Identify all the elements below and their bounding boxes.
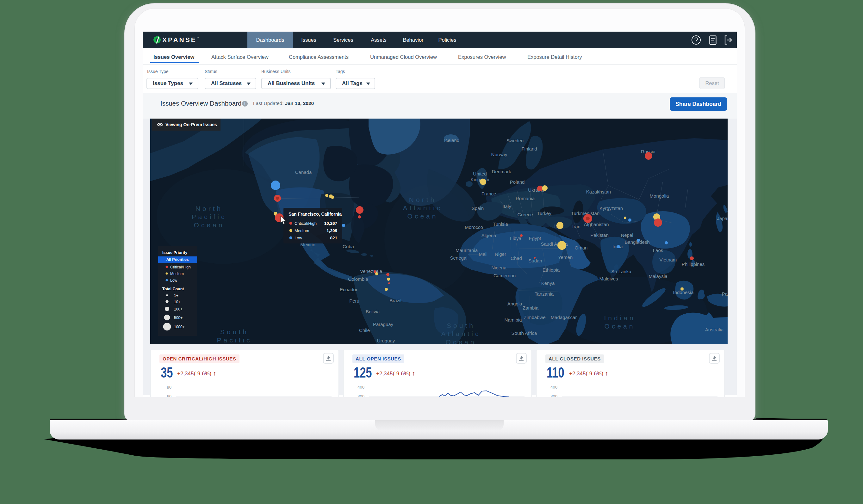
svg-text:Angola: Angola [508,301,522,306]
svg-text:10,267: 10,267 [324,221,337,226]
svg-text:Peru: Peru [349,298,359,304]
svg-text:Iceland: Iceland [444,138,459,143]
svg-text:10+: 10+ [174,300,180,304]
svg-text:Greece: Greece [517,212,533,217]
svg-text:Senegal: Senegal [450,255,467,261]
svg-text:Zimbabwe: Zimbabwe [524,315,546,320]
svg-text:Spain: Spain [472,205,484,211]
svg-text:Mauritania: Mauritania [455,248,478,253]
svg-text:821: 821 [330,236,337,240]
svg-text:Medium: Medium [295,228,309,233]
svg-text:Ocean: Ocean [446,338,476,344]
svg-text:Ethiopia: Ethiopia [542,267,560,273]
svg-text:Pakistan: Pakistan [590,232,609,238]
svg-text:Sri Lanka: Sri Lanka [611,269,631,274]
svg-text:Algeria: Algeria [481,233,496,238]
svg-text:Ocean: Ocean [194,221,225,229]
svg-text:Oman: Oman [575,245,588,250]
svg-text:Mongolia: Mongolia [650,193,670,199]
svg-text:Kenya: Kenya [541,280,555,286]
svg-text:Indonesia: Indonesia [673,290,694,295]
svg-text:Laos: Laos [653,248,663,253]
svg-text:France: France [481,191,496,196]
svg-text:Nepal: Nepal [621,232,633,238]
svg-text:Morocco: Morocco [465,225,483,230]
svg-text:Indian: Indian [604,314,635,322]
svg-text:Australia: Australia [705,327,724,332]
svg-text:South: South [220,328,249,336]
svg-text:1000+: 1000+ [174,325,185,329]
svg-text:Madagascar: Madagascar [551,315,577,320]
svg-text:Atlantic: Atlantic [403,204,442,212]
svg-text:Ocean: Ocean [604,323,635,330]
svg-text:Malaysia: Malaysia [649,274,667,279]
svg-text:Turkey: Turkey [537,211,551,216]
svg-text:Atlantic: Atlantic [441,330,481,337]
svg-text:Venezuela: Venezuela [360,268,383,274]
svg-text:Medium: Medium [170,272,184,276]
svg-text:Yemen: Yemen [558,254,573,260]
svg-text:San Francisco, California: San Francisco, California [288,212,342,217]
svg-text:Sudan: Sudan [528,258,542,263]
svg-text:500+: 500+ [174,316,183,320]
svg-text:Poland: Poland [510,179,525,185]
svg-text:Cameroon: Cameroon [493,273,516,278]
svg-text:All Priorities: All Priorities [166,257,189,262]
svg-text:Brazil: Brazil [389,298,401,303]
svg-text:Kingdom: Kingdom [471,177,489,182]
svg-text:Chad: Chad [511,255,522,261]
svg-text:100+: 100+ [174,307,183,312]
svg-text:United: United [473,171,487,176]
svg-text:Iran: Iran [572,224,580,229]
svg-text:Sweden: Sweden [506,138,524,143]
svg-text:Issue Priority: Issue Priority [162,250,187,255]
svg-text:Nigeria: Nigeria [491,265,506,270]
svg-text:1+: 1+ [174,293,178,298]
svg-text:1,209: 1,209 [326,228,337,233]
svg-text:Vietnam: Vietnam [660,257,677,262]
svg-text:Japan: Japan [717,216,728,221]
svg-text:Uruguay: Uruguay [377,338,395,343]
svg-text:Cuba: Cuba [342,244,354,249]
svg-text:Low: Low [295,236,302,240]
svg-text:Ocean: Ocean [408,213,438,220]
svg-text:North: North [196,205,223,212]
svg-text:North: North [409,196,436,203]
svg-text:Tunisia: Tunisia [493,221,508,227]
svg-text:Total Count: Total Count [162,287,184,291]
svg-text:Viewing On-Prem Issues: Viewing On-Prem Issues [165,122,217,127]
svg-text:Pap: Pap [722,291,728,297]
svg-text:Critical/High: Critical/High [295,221,317,226]
svg-text:Chile: Chile [359,328,370,333]
svg-text:Critical/High: Critical/High [170,265,191,269]
svg-text:Egypt: Egypt [529,236,541,241]
svg-text:Ecuador: Ecuador [340,287,358,292]
svg-text:Maldives: Maldives [599,276,618,281]
svg-text:Mali: Mali [479,251,488,257]
svg-text:Norway: Norway [491,152,508,157]
svg-text:Libya: Libya [510,236,522,241]
svg-text:Low: Low [170,278,177,283]
svg-text:Kyrgyzstan: Kyrgyzstan [600,205,623,211]
svg-text:Zambia: Zambia [523,305,539,311]
svg-text:Colombia: Colombia [348,276,368,282]
svg-text:Paraguay: Paraguay [373,322,393,327]
svg-text:Kazakhstan: Kazakhstan [586,189,611,194]
svg-text:Finland: Finland [521,146,537,151]
svg-text:Tanzania: Tanzania [535,291,554,297]
svg-text:South Africa: South Africa [512,330,537,336]
svg-text:Philippines: Philippines [682,262,705,267]
svg-text:Romania: Romania [516,196,535,201]
svg-text:South: South [447,322,475,329]
svg-text:Niger: Niger [495,251,506,257]
svg-text:Namibia: Namibia [504,317,522,323]
svg-text:Italy: Italy [502,204,511,209]
svg-text:Pacific: Pacific [192,213,227,220]
svg-text:Canada: Canada [295,169,312,175]
svg-text:Pacific: Pacific [217,337,252,344]
svg-text:Bolivia: Bolivia [366,309,380,314]
svg-text:Denmark: Denmark [492,169,511,174]
